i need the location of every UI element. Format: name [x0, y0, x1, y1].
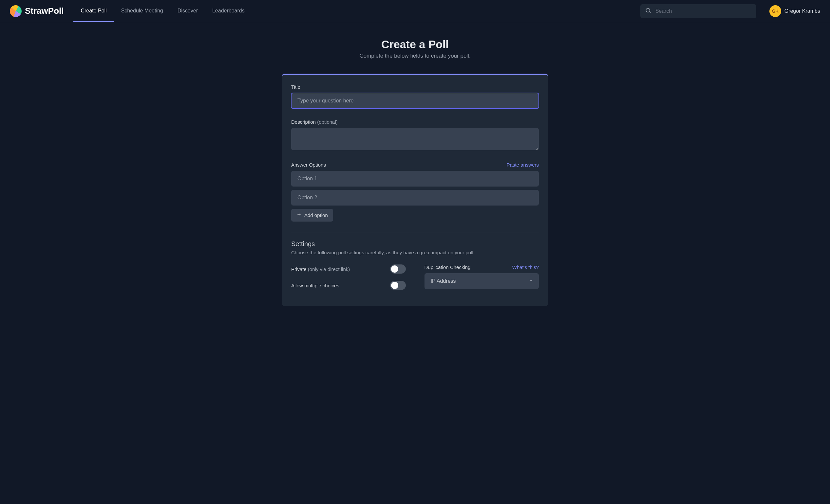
plus-icon [296, 212, 302, 218]
svg-line-1 [649, 11, 650, 13]
page-subtitle: Complete the below fields to create your… [282, 53, 548, 59]
add-option-button[interactable]: Add option [291, 209, 333, 222]
private-label: Private (only via direct link) [291, 266, 350, 272]
title-input[interactable] [291, 93, 539, 109]
nav-create-poll[interactable]: Create Poll [73, 0, 114, 22]
nav-discover[interactable]: Discover [170, 0, 205, 22]
duplication-select-wrapper: IP Address [424, 273, 539, 289]
whats-this-link[interactable]: What's this? [512, 264, 539, 270]
page-title: Create a Poll [282, 38, 548, 51]
answer-options-field: Answer Options Paste answers Add option [291, 162, 539, 222]
multiple-toggle[interactable] [390, 281, 406, 290]
user-menu[interactable]: GK Gregor Krambs [769, 5, 820, 17]
avatar: GK [769, 5, 781, 17]
settings-left-col: Private (only via direct link) Allow mul… [291, 264, 415, 297]
private-toggle[interactable] [390, 264, 406, 274]
private-setting: Private (only via direct link) [291, 264, 406, 274]
nav-leaderboards[interactable]: Leaderboards [205, 0, 252, 22]
settings-subheading: Choose the following poll settings caref… [291, 250, 539, 255]
title-field: Title [291, 84, 539, 109]
description-label: Description (optional) [291, 119, 539, 125]
multiple-setting: Allow multiple choices [291, 281, 406, 290]
nav-schedule-meeting[interactable]: Schedule Meeting [114, 0, 170, 22]
option-2-input[interactable] [291, 190, 539, 205]
search-icon [645, 7, 651, 15]
username: Gregor Krambs [785, 8, 820, 14]
search-input[interactable] [656, 8, 752, 14]
description-input[interactable] [291, 128, 539, 150]
title-label: Title [291, 84, 539, 90]
search-box[interactable] [640, 4, 756, 18]
option-1-input[interactable] [291, 171, 539, 187]
settings-heading: Settings [291, 240, 539, 248]
brand-name: StrawPoll [25, 6, 64, 16]
paste-answers-link[interactable]: Paste answers [507, 162, 539, 168]
main-nav: Create Poll Schedule Meeting Discover Le… [73, 0, 252, 22]
main-content: Create a Poll Complete the below fields … [282, 22, 548, 306]
duplication-label: Duplication Checking [424, 264, 471, 270]
description-field: Description (optional) [291, 119, 539, 152]
answer-options-label: Answer Options [291, 162, 326, 168]
logo-icon [10, 5, 22, 17]
duplication-select[interactable]: IP Address [424, 273, 539, 289]
divider [291, 232, 539, 232]
settings-right-col: Duplication Checking What's this? IP Add… [415, 264, 539, 297]
logo[interactable]: StrawPoll [10, 5, 64, 17]
header: StrawPoll Create Poll Schedule Meeting D… [0, 0, 830, 22]
svg-point-0 [646, 8, 650, 12]
poll-form-card: Title Description (optional) Answer Opti… [282, 74, 548, 306]
multiple-label: Allow multiple choices [291, 283, 339, 288]
settings-grid: Private (only via direct link) Allow mul… [291, 264, 539, 297]
